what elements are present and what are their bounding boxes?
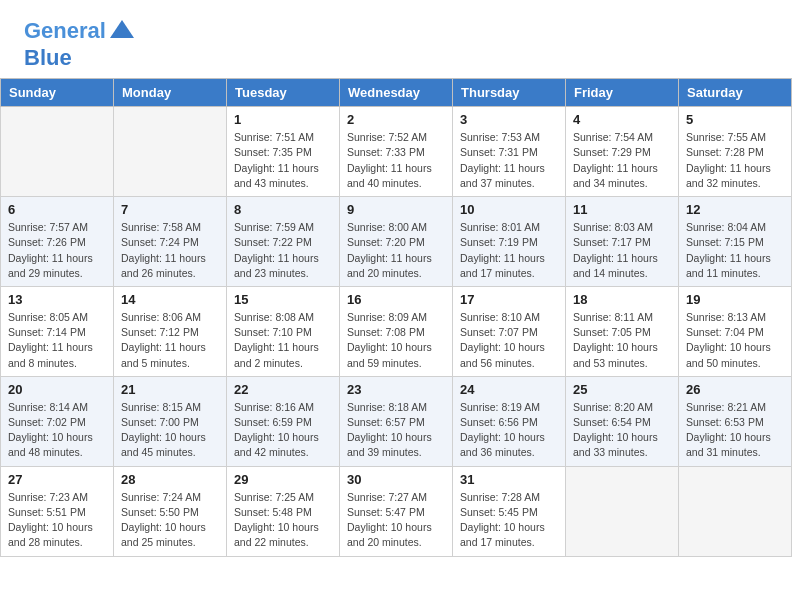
- day-number: 6: [8, 202, 106, 217]
- calendar-cell: 19Sunrise: 8:13 AMSunset: 7:04 PMDayligh…: [679, 286, 792, 376]
- day-number: 20: [8, 382, 106, 397]
- day-info: Sunrise: 8:04 AMSunset: 7:15 PMDaylight:…: [686, 220, 784, 281]
- day-number: 4: [573, 112, 671, 127]
- day-number: 1: [234, 112, 332, 127]
- day-number: 10: [460, 202, 558, 217]
- weekday-header-friday: Friday: [566, 79, 679, 107]
- calendar-cell: [566, 466, 679, 556]
- calendar-cell: 2Sunrise: 7:52 AMSunset: 7:33 PMDaylight…: [340, 107, 453, 197]
- day-info: Sunrise: 7:57 AMSunset: 7:26 PMDaylight:…: [8, 220, 106, 281]
- calendar-week-row: 1Sunrise: 7:51 AMSunset: 7:35 PMDaylight…: [1, 107, 792, 197]
- calendar-cell: 29Sunrise: 7:25 AMSunset: 5:48 PMDayligh…: [227, 466, 340, 556]
- day-number: 22: [234, 382, 332, 397]
- day-number: 8: [234, 202, 332, 217]
- day-number: 27: [8, 472, 106, 487]
- calendar-cell: 5Sunrise: 7:55 AMSunset: 7:28 PMDaylight…: [679, 107, 792, 197]
- weekday-header-monday: Monday: [114, 79, 227, 107]
- weekday-header-tuesday: Tuesday: [227, 79, 340, 107]
- calendar-cell: 10Sunrise: 8:01 AMSunset: 7:19 PMDayligh…: [453, 197, 566, 287]
- day-info: Sunrise: 7:59 AMSunset: 7:22 PMDaylight:…: [234, 220, 332, 281]
- weekday-header-thursday: Thursday: [453, 79, 566, 107]
- calendar-cell: 30Sunrise: 7:27 AMSunset: 5:47 PMDayligh…: [340, 466, 453, 556]
- day-info: Sunrise: 7:52 AMSunset: 7:33 PMDaylight:…: [347, 130, 445, 191]
- calendar-cell: 7Sunrise: 7:58 AMSunset: 7:24 PMDaylight…: [114, 197, 227, 287]
- calendar-cell: 4Sunrise: 7:54 AMSunset: 7:29 PMDaylight…: [566, 107, 679, 197]
- day-number: 17: [460, 292, 558, 307]
- calendar-table: SundayMondayTuesdayWednesdayThursdayFrid…: [0, 78, 792, 556]
- calendar-cell: 26Sunrise: 8:21 AMSunset: 6:53 PMDayligh…: [679, 376, 792, 466]
- logo: GeneralBlue: [24, 18, 136, 70]
- day-info: Sunrise: 8:14 AMSunset: 7:02 PMDaylight:…: [8, 400, 106, 461]
- day-info: Sunrise: 8:21 AMSunset: 6:53 PMDaylight:…: [686, 400, 784, 461]
- calendar-cell: 28Sunrise: 7:24 AMSunset: 5:50 PMDayligh…: [114, 466, 227, 556]
- day-info: Sunrise: 8:13 AMSunset: 7:04 PMDaylight:…: [686, 310, 784, 371]
- calendar-cell: 17Sunrise: 8:10 AMSunset: 7:07 PMDayligh…: [453, 286, 566, 376]
- day-number: 29: [234, 472, 332, 487]
- calendar-cell: 12Sunrise: 8:04 AMSunset: 7:15 PMDayligh…: [679, 197, 792, 287]
- day-info: Sunrise: 8:15 AMSunset: 7:00 PMDaylight:…: [121, 400, 219, 461]
- day-number: 24: [460, 382, 558, 397]
- day-info: Sunrise: 7:27 AMSunset: 5:47 PMDaylight:…: [347, 490, 445, 551]
- day-number: 7: [121, 202, 219, 217]
- page-header: GeneralBlue: [0, 0, 792, 78]
- day-number: 25: [573, 382, 671, 397]
- day-info: Sunrise: 8:05 AMSunset: 7:14 PMDaylight:…: [8, 310, 106, 371]
- day-number: 16: [347, 292, 445, 307]
- weekday-header-row: SundayMondayTuesdayWednesdayThursdayFrid…: [1, 79, 792, 107]
- calendar-cell: 9Sunrise: 8:00 AMSunset: 7:20 PMDaylight…: [340, 197, 453, 287]
- calendar-cell: [1, 107, 114, 197]
- day-number: 13: [8, 292, 106, 307]
- calendar-week-row: 27Sunrise: 7:23 AMSunset: 5:51 PMDayligh…: [1, 466, 792, 556]
- weekday-header-sunday: Sunday: [1, 79, 114, 107]
- day-info: Sunrise: 7:28 AMSunset: 5:45 PMDaylight:…: [460, 490, 558, 551]
- day-number: 18: [573, 292, 671, 307]
- day-number: 3: [460, 112, 558, 127]
- day-info: Sunrise: 8:09 AMSunset: 7:08 PMDaylight:…: [347, 310, 445, 371]
- day-info: Sunrise: 7:58 AMSunset: 7:24 PMDaylight:…: [121, 220, 219, 281]
- day-info: Sunrise: 8:01 AMSunset: 7:19 PMDaylight:…: [460, 220, 558, 281]
- calendar-cell: 15Sunrise: 8:08 AMSunset: 7:10 PMDayligh…: [227, 286, 340, 376]
- day-number: 28: [121, 472, 219, 487]
- day-number: 11: [573, 202, 671, 217]
- day-info: Sunrise: 7:25 AMSunset: 5:48 PMDaylight:…: [234, 490, 332, 551]
- day-number: 31: [460, 472, 558, 487]
- svg-marker-0: [110, 20, 134, 38]
- day-info: Sunrise: 8:16 AMSunset: 6:59 PMDaylight:…: [234, 400, 332, 461]
- calendar-cell: 31Sunrise: 7:28 AMSunset: 5:45 PMDayligh…: [453, 466, 566, 556]
- day-number: 14: [121, 292, 219, 307]
- day-info: Sunrise: 8:11 AMSunset: 7:05 PMDaylight:…: [573, 310, 671, 371]
- day-info: Sunrise: 8:10 AMSunset: 7:07 PMDaylight:…: [460, 310, 558, 371]
- calendar-cell: [679, 466, 792, 556]
- day-info: Sunrise: 8:18 AMSunset: 6:57 PMDaylight:…: [347, 400, 445, 461]
- day-info: Sunrise: 8:08 AMSunset: 7:10 PMDaylight:…: [234, 310, 332, 371]
- day-info: Sunrise: 7:54 AMSunset: 7:29 PMDaylight:…: [573, 130, 671, 191]
- weekday-header-wednesday: Wednesday: [340, 79, 453, 107]
- day-number: 2: [347, 112, 445, 127]
- calendar-cell: 21Sunrise: 8:15 AMSunset: 7:00 PMDayligh…: [114, 376, 227, 466]
- calendar-cell: 20Sunrise: 8:14 AMSunset: 7:02 PMDayligh…: [1, 376, 114, 466]
- calendar-cell: 1Sunrise: 7:51 AMSunset: 7:35 PMDaylight…: [227, 107, 340, 197]
- calendar-cell: 8Sunrise: 7:59 AMSunset: 7:22 PMDaylight…: [227, 197, 340, 287]
- day-number: 23: [347, 382, 445, 397]
- day-info: Sunrise: 7:23 AMSunset: 5:51 PMDaylight:…: [8, 490, 106, 551]
- day-number: 12: [686, 202, 784, 217]
- calendar-week-row: 13Sunrise: 8:05 AMSunset: 7:14 PMDayligh…: [1, 286, 792, 376]
- calendar-cell: 24Sunrise: 8:19 AMSunset: 6:56 PMDayligh…: [453, 376, 566, 466]
- logo-icon: [108, 18, 136, 46]
- day-number: 15: [234, 292, 332, 307]
- calendar-week-row: 20Sunrise: 8:14 AMSunset: 7:02 PMDayligh…: [1, 376, 792, 466]
- day-info: Sunrise: 7:55 AMSunset: 7:28 PMDaylight:…: [686, 130, 784, 191]
- calendar-cell: 22Sunrise: 8:16 AMSunset: 6:59 PMDayligh…: [227, 376, 340, 466]
- calendar-cell: 6Sunrise: 7:57 AMSunset: 7:26 PMDaylight…: [1, 197, 114, 287]
- logo-text: GeneralBlue: [24, 18, 136, 70]
- day-info: Sunrise: 7:24 AMSunset: 5:50 PMDaylight:…: [121, 490, 219, 551]
- day-info: Sunrise: 8:06 AMSunset: 7:12 PMDaylight:…: [121, 310, 219, 371]
- day-number: 19: [686, 292, 784, 307]
- day-number: 26: [686, 382, 784, 397]
- day-number: 30: [347, 472, 445, 487]
- calendar-cell: [114, 107, 227, 197]
- day-info: Sunrise: 8:19 AMSunset: 6:56 PMDaylight:…: [460, 400, 558, 461]
- calendar-cell: 25Sunrise: 8:20 AMSunset: 6:54 PMDayligh…: [566, 376, 679, 466]
- weekday-header-saturday: Saturday: [679, 79, 792, 107]
- day-info: Sunrise: 7:53 AMSunset: 7:31 PMDaylight:…: [460, 130, 558, 191]
